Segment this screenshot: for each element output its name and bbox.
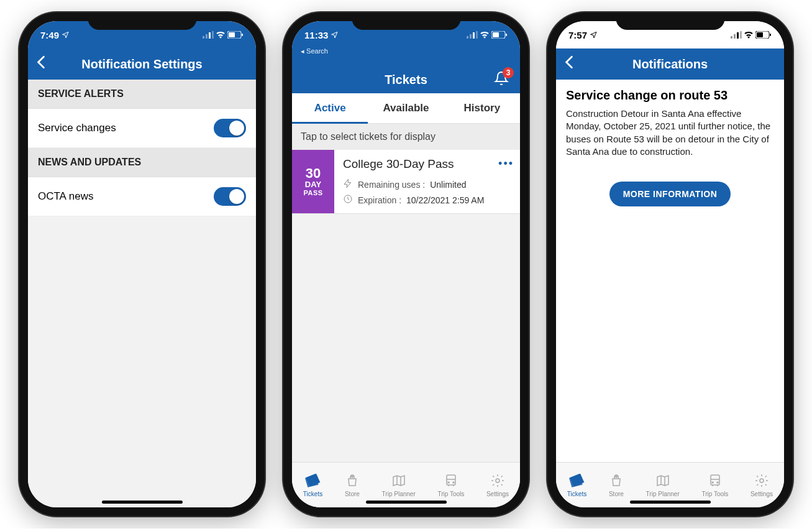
svg-rect-6	[242, 34, 243, 36]
notch	[352, 12, 460, 30]
svg-point-17	[453, 482, 454, 483]
status-time: 7:57	[568, 30, 587, 40]
clock-icon	[343, 194, 353, 206]
svg-rect-7	[467, 36, 468, 39]
expiration-value: 10/22/2021 2:59 AM	[406, 195, 484, 205]
nav-label: Store	[345, 491, 360, 497]
svg-rect-3	[212, 31, 214, 39]
breadcrumb-back-to-search[interactable]: ◂ Search	[301, 47, 328, 55]
nav-label: Trip Tools	[437, 491, 464, 497]
phone-mock-2: 11:33 ◂ Search Tickets 3 Active Availabl…	[283, 12, 529, 516]
ticket-title: College 30-Day Pass	[343, 157, 511, 171]
ticket-card[interactable]: 30 DAY PASS College 30-Day Pass ••• Rema…	[292, 150, 520, 214]
svg-rect-19	[731, 36, 732, 39]
nav-label: Store	[609, 491, 624, 497]
ticket-badge-day: DAY	[305, 180, 321, 189]
tab-available[interactable]: Available	[368, 93, 444, 123]
wifi-icon	[480, 30, 490, 40]
toggle-octa-news[interactable]	[214, 187, 246, 206]
cellular-icon	[467, 30, 478, 40]
tickets-icon	[569, 473, 585, 489]
back-button[interactable]	[37, 55, 45, 73]
page-title: Tickets	[385, 73, 427, 87]
battery-icon	[491, 30, 508, 40]
gear-icon	[490, 473, 505, 489]
bus-icon	[708, 473, 723, 489]
svg-rect-25	[770, 34, 771, 36]
nav-label: Trip Planner	[646, 491, 680, 497]
nav-label: Trip Planner	[382, 491, 416, 497]
nav-tickets[interactable]: Tickets	[567, 473, 586, 497]
page-title: Notification Settings	[81, 57, 202, 72]
nav-label: Tickets	[567, 491, 586, 497]
home-indicator[interactable]	[630, 501, 711, 504]
status-time: 11:33	[304, 30, 328, 40]
nav-store[interactable]: Store	[609, 473, 624, 497]
notification-title: Service change on route 53	[556, 80, 784, 108]
svg-point-18	[496, 479, 500, 483]
tabs: Active Available History	[292, 93, 520, 124]
notch	[616, 12, 724, 30]
nav-trip-planner[interactable]: Trip Planner	[382, 473, 416, 497]
notifications-button[interactable]: 3	[494, 71, 509, 88]
svg-point-16	[448, 482, 449, 483]
nav-tickets[interactable]: Tickets	[303, 473, 322, 497]
svg-rect-12	[493, 32, 499, 37]
svg-point-28	[717, 482, 718, 483]
section-header-news: NEWS AND UPDATES	[28, 148, 256, 177]
notification-badge: 3	[503, 67, 514, 78]
row-label: Service changes	[38, 122, 116, 134]
nav-label: Settings	[750, 491, 773, 497]
wifi-icon	[216, 30, 226, 40]
gear-icon	[754, 473, 769, 489]
nav-settings[interactable]: Settings	[750, 473, 773, 497]
phone-mock-1: 7:49 Notification Settings SERVICE ALERT…	[19, 12, 265, 516]
nav-label: Tickets	[303, 491, 322, 497]
location-arrow-icon	[590, 30, 597, 40]
battery-icon	[227, 30, 244, 40]
header: Notification Settings	[28, 48, 256, 80]
ticket-more-button[interactable]: •••	[498, 157, 514, 170]
map-icon	[655, 473, 670, 489]
uses-label: Remaining uses :	[358, 180, 425, 190]
nav-trip-planner[interactable]: Trip Planner	[646, 473, 680, 497]
svg-rect-1	[206, 34, 208, 39]
phone-mock-3: 7:57 Notifications Service change on rou…	[547, 12, 793, 516]
nav-trip-tools[interactable]: Trip Tools	[701, 473, 728, 497]
row-label: OCTA news	[38, 190, 93, 203]
tab-history[interactable]: History	[444, 93, 520, 123]
map-icon	[391, 473, 406, 489]
page-title: Notifications	[632, 57, 708, 72]
home-indicator[interactable]	[366, 501, 447, 504]
back-button[interactable]	[565, 55, 573, 73]
status-time: 7:49	[40, 30, 59, 40]
svg-rect-13	[506, 34, 507, 36]
uses-icon	[343, 178, 353, 190]
expiration-label: Expiration :	[358, 195, 401, 205]
tab-active[interactable]: Active	[292, 93, 368, 123]
svg-rect-24	[757, 32, 763, 37]
svg-rect-5	[229, 32, 235, 37]
nav-settings[interactable]: Settings	[486, 473, 509, 497]
uses-value: Unlimited	[430, 180, 466, 190]
svg-rect-20	[734, 34, 736, 39]
svg-point-27	[712, 482, 713, 483]
bus-icon	[444, 473, 458, 489]
tickets-icon	[305, 473, 321, 489]
nav-trip-tools[interactable]: Trip Tools	[437, 473, 464, 497]
svg-rect-26	[711, 475, 719, 485]
nav-store[interactable]: Store	[345, 473, 360, 497]
notification-body: Construction Detour in Santa Ana effecti…	[556, 108, 784, 170]
svg-rect-8	[470, 34, 472, 39]
row-octa-news: OCTA news	[28, 177, 256, 216]
home-indicator[interactable]	[102, 501, 183, 504]
ticket-badge-pass: PASS	[303, 189, 322, 196]
svg-point-29	[760, 479, 764, 483]
svg-rect-10	[476, 31, 478, 39]
svg-rect-15	[447, 475, 455, 485]
more-information-button[interactable]: MORE INFORMATION	[609, 182, 731, 206]
ticket-badge-number: 30	[306, 167, 321, 180]
toggle-service-changes[interactable]	[214, 119, 246, 137]
cellular-icon	[203, 30, 214, 40]
location-arrow-icon	[62, 30, 69, 40]
